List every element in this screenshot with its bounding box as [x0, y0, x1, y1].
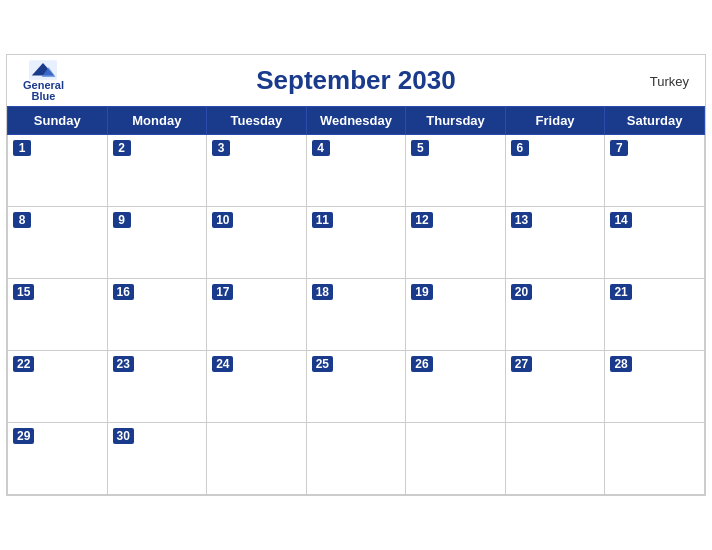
logo-text-blue: Blue	[32, 91, 56, 102]
day-number: 1	[13, 140, 31, 156]
calendar-week-row: 891011121314	[8, 207, 705, 279]
day-number: 20	[511, 284, 532, 300]
day-number: 11	[312, 212, 333, 228]
calendar-table: Sunday Monday Tuesday Wednesday Thursday…	[7, 106, 705, 495]
day-number: 21	[610, 284, 631, 300]
calendar-cell: 10	[207, 207, 307, 279]
day-number: 25	[312, 356, 333, 372]
calendar-cell: 9	[107, 207, 207, 279]
calendar-cell	[406, 423, 506, 495]
calendar-cell	[505, 423, 605, 495]
calendar-week-row: 1234567	[8, 135, 705, 207]
day-number: 26	[411, 356, 432, 372]
header-thursday: Thursday	[406, 107, 506, 135]
calendar-cell: 6	[505, 135, 605, 207]
day-number: 18	[312, 284, 333, 300]
calendar-cell	[306, 423, 406, 495]
calendar-week-row: 15161718192021	[8, 279, 705, 351]
header-monday: Monday	[107, 107, 207, 135]
calendar-cell: 23	[107, 351, 207, 423]
calendar-cell	[605, 423, 705, 495]
day-number: 23	[113, 356, 134, 372]
logo-icon	[29, 60, 57, 80]
calendar-cell: 28	[605, 351, 705, 423]
calendar-week-row: 22232425262728	[8, 351, 705, 423]
day-number: 10	[212, 212, 233, 228]
calendar-cell: 5	[406, 135, 506, 207]
day-number: 22	[13, 356, 34, 372]
calendar-cell: 14	[605, 207, 705, 279]
day-number: 6	[511, 140, 529, 156]
weekday-header-row: Sunday Monday Tuesday Wednesday Thursday…	[8, 107, 705, 135]
day-number: 13	[511, 212, 532, 228]
calendar-cell: 29	[8, 423, 108, 495]
calendar-cell: 20	[505, 279, 605, 351]
day-number: 3	[212, 140, 230, 156]
day-number: 17	[212, 284, 233, 300]
day-number: 29	[13, 428, 34, 444]
day-number: 19	[411, 284, 432, 300]
calendar-cell: 24	[207, 351, 307, 423]
calendar-container: General Blue September 2030 Turkey Sunda…	[6, 54, 706, 496]
calendar-cell: 26	[406, 351, 506, 423]
country-label: Turkey	[650, 73, 689, 88]
calendar-cell: 25	[306, 351, 406, 423]
header-friday: Friday	[505, 107, 605, 135]
calendar-cell: 2	[107, 135, 207, 207]
calendar-cell: 30	[107, 423, 207, 495]
calendar-title: September 2030	[256, 65, 455, 96]
day-number: 30	[113, 428, 134, 444]
day-number: 24	[212, 356, 233, 372]
calendar-cell: 13	[505, 207, 605, 279]
day-number: 14	[610, 212, 631, 228]
calendar-cell: 1	[8, 135, 108, 207]
day-number: 8	[13, 212, 31, 228]
day-number: 9	[113, 212, 131, 228]
calendar-cell: 22	[8, 351, 108, 423]
calendar-cell: 7	[605, 135, 705, 207]
calendar-week-row: 2930	[8, 423, 705, 495]
day-number: 2	[113, 140, 131, 156]
calendar-header: General Blue September 2030 Turkey	[7, 55, 705, 106]
header-sunday: Sunday	[8, 107, 108, 135]
calendar-cell: 18	[306, 279, 406, 351]
header-wednesday: Wednesday	[306, 107, 406, 135]
day-number: 15	[13, 284, 34, 300]
calendar-cell: 17	[207, 279, 307, 351]
day-number: 7	[610, 140, 628, 156]
logo: General Blue	[23, 60, 64, 102]
day-number: 4	[312, 140, 330, 156]
day-number: 12	[411, 212, 432, 228]
header-tuesday: Tuesday	[207, 107, 307, 135]
calendar-cell: 12	[406, 207, 506, 279]
calendar-cell: 21	[605, 279, 705, 351]
calendar-cell	[207, 423, 307, 495]
day-number: 27	[511, 356, 532, 372]
day-number: 5	[411, 140, 429, 156]
calendar-cell: 3	[207, 135, 307, 207]
calendar-cell: 8	[8, 207, 108, 279]
calendar-cell: 4	[306, 135, 406, 207]
day-number: 28	[610, 356, 631, 372]
calendar-cell: 15	[8, 279, 108, 351]
day-number: 16	[113, 284, 134, 300]
calendar-cell: 27	[505, 351, 605, 423]
calendar-cell: 11	[306, 207, 406, 279]
calendar-cell: 16	[107, 279, 207, 351]
calendar-cell: 19	[406, 279, 506, 351]
header-saturday: Saturday	[605, 107, 705, 135]
